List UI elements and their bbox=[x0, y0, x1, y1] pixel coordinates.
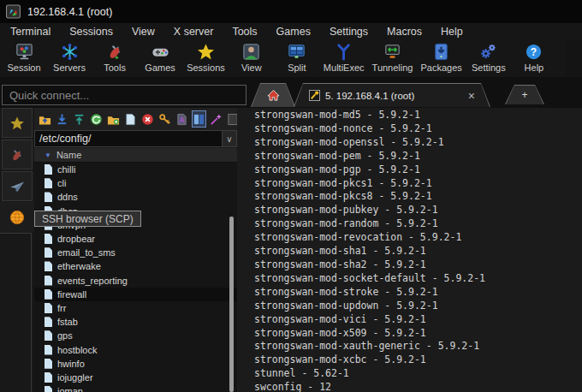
new-file-button[interactable] bbox=[123, 110, 138, 128]
file-list-scrollbar[interactable] bbox=[229, 217, 234, 392]
terminal-line: strongswan-mod-pgp - 5.9.2-1 bbox=[254, 163, 582, 177]
path-dropdown-button[interactable]: ∨ bbox=[223, 130, 237, 147]
svg-text:A: A bbox=[179, 116, 184, 124]
file-icon bbox=[45, 178, 52, 188]
main-area: A ∨ ▼ Name chilli cli ddns dhcp dmvpn dr… bbox=[0, 108, 582, 392]
file-icon bbox=[45, 192, 52, 202]
file-name: firewall bbox=[57, 289, 86, 300]
split-button[interactable]: Split bbox=[278, 42, 316, 73]
file-name: email_to_sms bbox=[57, 247, 116, 258]
help-button[interactable]: ? Help bbox=[515, 42, 553, 73]
file-row[interactable]: firewall bbox=[34, 288, 237, 301]
left-sidebar bbox=[0, 108, 34, 392]
menu-macros[interactable]: Macros bbox=[377, 24, 431, 39]
servers-button[interactable]: Servers bbox=[50, 42, 88, 73]
menu-sessions[interactable]: Sessions bbox=[60, 24, 122, 39]
multiexec-button[interactable]: MultiExec bbox=[324, 42, 365, 73]
file-row[interactable]: etherwake bbox=[34, 259, 237, 273]
file-row[interactable]: events_reporting bbox=[34, 274, 237, 288]
terminal-line: strongswan-mod-updown - 5.9.2-1 bbox=[254, 300, 582, 313]
menu-games[interactable]: Games bbox=[267, 24, 320, 39]
sidebar-macros-tab[interactable] bbox=[2, 171, 33, 201]
file-row[interactable]: hwinfo bbox=[34, 357, 237, 371]
terminal-line: strongswan-mod-nonce - 5.9.2-1 bbox=[254, 122, 582, 136]
plus-icon: + bbox=[521, 89, 527, 101]
file-name: frr bbox=[57, 303, 66, 313]
file-icon bbox=[45, 234, 52, 244]
download-button[interactable] bbox=[55, 110, 69, 128]
new-folder-icon bbox=[107, 113, 120, 126]
sidebar-tools-tab[interactable] bbox=[2, 140, 33, 169]
tab-home[interactable] bbox=[251, 83, 295, 107]
file-row[interactable]: dropbear bbox=[34, 232, 237, 246]
sidebar-sessions-tab[interactable] bbox=[2, 108, 33, 138]
file-name: dropbear bbox=[57, 234, 95, 244]
terminal-line: strongswan-mod-md5 - 5.9.2-1 bbox=[254, 109, 582, 122]
servers-icon bbox=[60, 42, 80, 62]
tab-active-session[interactable]: 5. 192.168.4.1 (root) × bbox=[294, 83, 490, 107]
file-row[interactable]: cli bbox=[34, 176, 237, 190]
tab-close-button[interactable]: × bbox=[468, 90, 475, 102]
menu-view[interactable]: View bbox=[122, 24, 164, 39]
knife-icon bbox=[9, 146, 26, 163]
path-input[interactable] bbox=[34, 130, 223, 147]
sidebar-ssh-browser-tab[interactable] bbox=[0, 202, 34, 233]
file-row[interactable]: chilli bbox=[34, 163, 237, 176]
follow-terminal-button[interactable] bbox=[209, 110, 223, 128]
file-row[interactable]: email_to_sms bbox=[34, 246, 237, 259]
name-column-header[interactable]: ▼ Name bbox=[34, 148, 237, 163]
terminal-line: strongswan-mod-xcbc - 5.9.2-1 bbox=[254, 353, 582, 367]
file-name: iojuggler bbox=[57, 372, 93, 383]
refresh-button[interactable] bbox=[89, 110, 104, 128]
file-row[interactable]: hostblock bbox=[34, 342, 237, 356]
menu-xserver[interactable]: X server bbox=[164, 24, 223, 39]
tunneling-icon bbox=[383, 42, 402, 62]
file-row[interactable]: ddns bbox=[34, 190, 237, 204]
split-view-button[interactable] bbox=[192, 110, 206, 128]
file-row[interactable]: ioman bbox=[34, 384, 237, 392]
packages-icon bbox=[431, 42, 451, 62]
home-icon bbox=[267, 89, 280, 102]
sidebar-divider bbox=[0, 233, 31, 234]
tools-button[interactable]: Tools bbox=[96, 42, 134, 73]
terminal-line: strongswan-mod-openssl - 5.9.2-1 bbox=[254, 136, 582, 150]
session-button[interactable]: Session bbox=[5, 42, 43, 73]
file-icon bbox=[45, 330, 52, 341]
file-row[interactable]: fstab bbox=[34, 315, 237, 329]
menu-terminal[interactable]: Terminal bbox=[1, 24, 60, 39]
view-button[interactable]: View bbox=[233, 42, 270, 73]
menu-tools[interactable]: Tools bbox=[223, 24, 266, 39]
sessions-button[interactable]: Sessions bbox=[187, 42, 225, 73]
terminal-line: strongswan-mod-xauth-generic - 5.9.2-1 bbox=[254, 340, 582, 353]
file-row[interactable]: gps bbox=[34, 329, 237, 342]
permissions-button[interactable] bbox=[157, 110, 172, 128]
multiexec-icon bbox=[334, 42, 353, 62]
packages-button[interactable]: Packages bbox=[421, 42, 462, 73]
delete-button[interactable] bbox=[140, 110, 155, 128]
file-icon bbox=[45, 164, 52, 175]
scp-extra-button[interactable] bbox=[226, 110, 237, 128]
terminal-output[interactable]: strongswan-mod-md5 - 5.9.2-1 strongswan-… bbox=[237, 108, 582, 392]
file-row[interactable]: iojuggler bbox=[34, 371, 237, 384]
file-icon bbox=[45, 345, 52, 355]
file-icon bbox=[45, 372, 52, 383]
quick-connect-input[interactable] bbox=[2, 85, 246, 105]
terminal-line: strongswan-mod-pem - 5.9.2-1 bbox=[254, 150, 582, 163]
terminal-line: strongswan-mod-stroke - 5.9.2-1 bbox=[254, 286, 582, 300]
menu-settings[interactable]: Settings bbox=[320, 24, 377, 39]
parent-folder-button[interactable] bbox=[38, 110, 52, 128]
file-icon bbox=[45, 386, 52, 392]
tunneling-button[interactable]: Tunneling bbox=[372, 42, 413, 73]
edit-file-button[interactable]: A bbox=[175, 110, 189, 128]
upload-button[interactable] bbox=[72, 110, 86, 128]
new-folder-button[interactable] bbox=[106, 110, 121, 128]
file-icon bbox=[45, 247, 52, 258]
column-header-label: Name bbox=[56, 150, 81, 160]
new-tab-button[interactable]: + bbox=[505, 85, 544, 104]
menu-help[interactable]: Help bbox=[431, 24, 472, 39]
file-row[interactable]: frr bbox=[34, 301, 237, 315]
svg-text:?: ? bbox=[531, 46, 537, 58]
games-button[interactable]: Games bbox=[141, 42, 179, 73]
settings-button[interactable]: Settings bbox=[470, 42, 508, 73]
toolbar-label: Session bbox=[7, 62, 40, 73]
